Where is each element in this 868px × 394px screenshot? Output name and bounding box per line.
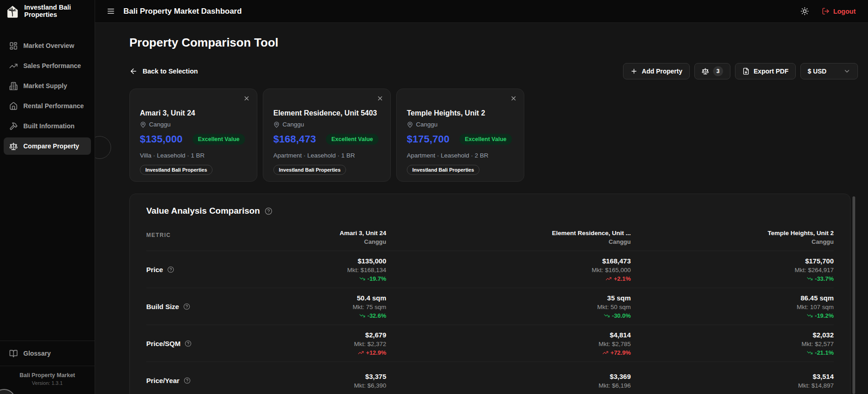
x-icon [510, 95, 517, 102]
comparison-table: METRIC Amari 3, Unit 24 Canggu Element R… [146, 230, 834, 394]
property-title: Amari 3, Unit 24 [140, 109, 247, 117]
table-row-price-sqm: Price/SQM $2,679 Mkt: $2,372 +12.9% $4,8… [146, 325, 834, 362]
trending-down-icon [807, 350, 813, 356]
column-header-temple: Temple Heights, Unit 2 Canggu [631, 230, 834, 245]
footer-version: Version: 1.3.1 [4, 380, 91, 386]
help-circle-icon[interactable] [265, 207, 272, 215]
page-title: Property Comparison Tool [129, 37, 858, 48]
back-label: Back to Selection [143, 68, 198, 75]
book-open-icon [9, 349, 18, 358]
arrow-left-icon [129, 67, 138, 75]
plus-icon [630, 68, 638, 75]
sidebar-item-rental-performance[interactable]: Rental Performance [4, 97, 91, 115]
table-cell: $168,473 Mkt: $165,000 +2.1% [386, 257, 631, 282]
property-price: $168,473 [273, 133, 316, 145]
map-pin-icon [273, 121, 280, 128]
map-pin-icon [140, 121, 146, 128]
trending-up-icon [9, 62, 18, 70]
sidebar-item-sales-performance[interactable]: Sales Performance [4, 57, 91, 74]
remove-property-button[interactable] [243, 95, 250, 102]
property-card-amari: Amari 3, Unit 24 Canggu $135,000 Excelle… [129, 89, 257, 182]
column-header-amari: Amari 3, Unit 24 Canggu [238, 230, 386, 245]
trending-up-icon [606, 276, 612, 282]
table-cell: $3,514 Mkt: $14,897 [631, 373, 834, 389]
add-property-label: Add Property [642, 68, 682, 75]
agency-badge: Investland Bali Properties [273, 165, 346, 175]
logout-icon [822, 7, 830, 15]
help-circle-icon[interactable] [184, 377, 191, 384]
table-cell: $4,814 Mkt: $2,785 +72.9% [386, 331, 631, 356]
property-location: Canggu [282, 121, 304, 128]
property-details: Apartment · Leasehold · 2 BR [407, 152, 514, 159]
sidebar-footer: Bali Property Market Version: 1.3.1 [0, 366, 95, 394]
property-price: $135,000 [140, 133, 182, 145]
hamburger-icon[interactable] [107, 7, 115, 16]
remove-property-button[interactable] [377, 95, 383, 102]
trending-up-icon [358, 350, 364, 356]
sidebar-item-compare-property[interactable]: Compare Property [4, 137, 91, 155]
trending-up-icon [602, 350, 608, 356]
trending-down-icon [359, 276, 365, 282]
table-cell: 50.4 sqm Mkt: 75 sqm -32.6% [238, 294, 386, 319]
column-header-element: Element Residence, Unit ... Canggu [386, 230, 631, 245]
value-badge: Excellent Value [459, 134, 512, 145]
topbar-title: Bali Property Market Dashboard [123, 7, 242, 16]
sidebar-item-label: Market Overview [23, 42, 74, 49]
sidebar-item-built-information[interactable]: Built Information [4, 117, 91, 135]
sidebar: Investland Bali Properties Market Overvi… [0, 0, 95, 394]
sidebar-item-label: Built Information [23, 122, 75, 130]
property-title: Temple Heights, Unit 2 [407, 109, 514, 117]
add-property-button[interactable]: Add Property [623, 63, 690, 79]
property-title: Element Residence, Unit 5403 [273, 109, 380, 117]
compare-count-badge: 3 [713, 66, 723, 76]
value-badge: Excellent Value [326, 134, 378, 145]
sidebar-item-market-overview[interactable]: Market Overview [4, 37, 91, 54]
value-badge: Excellent Value [192, 134, 245, 145]
topbar: Bali Property Market Dashboard Logout [95, 0, 868, 23]
value-analysis-panel: Value Analysis Comparison METRIC Amari 3… [129, 194, 851, 394]
property-location: Canggu [149, 121, 170, 128]
trending-down-icon [604, 313, 610, 319]
remove-property-button[interactable] [510, 95, 517, 102]
dashboard-grid-icon [9, 42, 18, 50]
table-cell: $2,032 Mkt: $2,577 -21.1% [631, 331, 834, 356]
help-circle-icon[interactable] [183, 303, 190, 310]
file-download-icon [742, 68, 750, 75]
brand-name: Investland Bali Properties [24, 4, 90, 19]
hammer-icon [9, 122, 18, 131]
scale-icon [702, 68, 709, 75]
property-details: Villa · Leasehold · 1 BR [140, 152, 247, 159]
comparison-table-header: METRIC Amari 3, Unit 24 Canggu Element R… [146, 230, 834, 251]
agency-badge: Investland Bali Properties [140, 165, 213, 175]
help-circle-icon[interactable] [167, 266, 174, 273]
table-row-price-year: Price/Year $3,375 Mkt: $6,390 $3,369 Mkt… [146, 362, 834, 394]
scrollbar-thumb[interactable] [852, 196, 855, 394]
panel-title: Value Analysis Comparison [146, 206, 260, 216]
sidebar-item-glossary[interactable]: Glossary [4, 345, 91, 362]
table-cell: $135,000 Mkt: $168,134 -19.7% [238, 257, 386, 282]
sidebar-item-label: Compare Property [23, 142, 79, 150]
table-row-price: Price $135,000 Mkt: $168,134 -19.7% $168… [146, 251, 834, 288]
currency-select[interactable]: $ USD [800, 63, 858, 79]
compare-count-button[interactable]: 3 [694, 63, 730, 79]
sidebar-item-label: Glossary [23, 350, 51, 357]
table-row-build-size: Build Size 50.4 sqm Mkt: 75 sqm -32.6% 3… [146, 288, 834, 325]
help-circle-icon[interactable] [185, 340, 192, 347]
export-pdf-label: Export PDF [754, 68, 788, 75]
back-to-selection-button[interactable]: Back to Selection [129, 67, 198, 75]
table-cell: $3,375 Mkt: $6,390 [238, 373, 386, 389]
sidebar-bottom: Glossary Bali Property Market Version: 1… [0, 341, 95, 394]
trending-down-icon [359, 313, 365, 319]
metric-label: Price/Year [146, 377, 180, 384]
theme-toggle-button[interactable] [800, 7, 809, 16]
property-price: $175,700 [407, 133, 449, 145]
building-icon [9, 82, 18, 90]
x-icon [377, 95, 383, 102]
sidebar-item-market-supply[interactable]: Market Supply [4, 77, 91, 95]
x-icon [243, 95, 250, 102]
metric-column-header: METRIC [146, 232, 238, 245]
logout-button[interactable]: Logout [822, 7, 856, 15]
table-cell: $3,369 Mkt: $6,196 [386, 373, 631, 389]
property-card-temple: Temple Heights, Unit 2 Canggu $175,700 E… [396, 89, 524, 182]
export-pdf-button[interactable]: Export PDF [735, 63, 796, 79]
